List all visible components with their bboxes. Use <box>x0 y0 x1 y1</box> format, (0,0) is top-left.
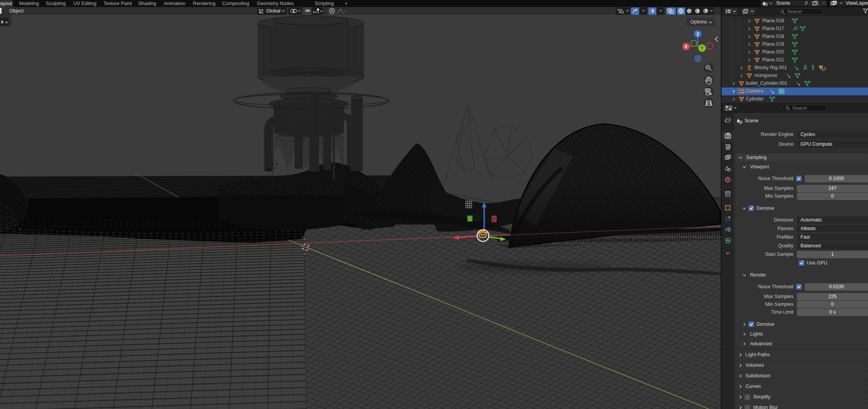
svg-text:X: X <box>684 44 688 49</box>
svg-text:Z: Z <box>697 32 699 36</box>
svg-text:Y: Y <box>700 46 704 50</box>
